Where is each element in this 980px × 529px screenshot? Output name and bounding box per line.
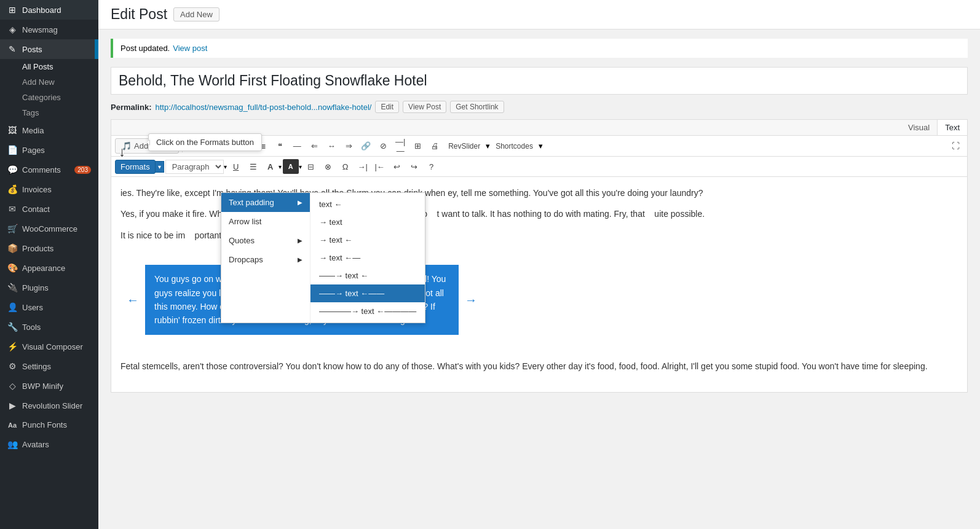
link-button[interactable]: 🔗: [358, 139, 374, 154]
sidebar-item-add-new[interactable]: Add New: [0, 74, 98, 90]
bottom-para: Fetal stemcells, aren't those controvers…: [121, 359, 958, 373]
punch-fonts-icon: Aa: [7, 421, 17, 429]
resize-left-arrow[interactable]: ←: [127, 290, 139, 310]
toolbar-row-2: Click on the Formats button ↑ Formats ▾ …: [111, 157, 967, 177]
sidebar-item-woocommerce[interactable]: 🛒 WooCommerce: [0, 219, 98, 238]
sidebar-item-label: Tools: [22, 323, 41, 332]
sidebar-item-media[interactable]: 🖼 Media: [0, 120, 98, 140]
sidebar-item-products[interactable]: 📦 Products: [0, 238, 98, 258]
permalink-bar: Permalink: http://localhost/newsmag_full…: [111, 101, 968, 113]
sidebar-item-plugins[interactable]: 🔌 Plugins: [0, 278, 98, 297]
sidebar: ⊞ Dashboard ◈ Newsmag ✎ Posts All Posts …: [0, 0, 98, 529]
paragraph-arrow: ▾: [224, 163, 227, 170]
sidebar-item-pages[interactable]: 📄 Pages: [0, 140, 98, 160]
sidebar-item-invoices[interactable]: 💰 Invoices: [0, 179, 98, 199]
tab-visual[interactable]: Visual: [901, 120, 937, 135]
sidebar-item-avatars[interactable]: 👥 Avatars: [0, 434, 98, 454]
dropdown-right-item-4[interactable]: ——→ text ←: [310, 267, 425, 284]
sidebar-item-label: Posts: [22, 45, 42, 54]
paste-button[interactable]: ⊟: [303, 159, 319, 174]
sidebar-item-bwp-minify[interactable]: ◇ BWP Minify: [0, 376, 98, 396]
blockquote-button[interactable]: ❝: [272, 139, 288, 154]
dropdown-right-item-3[interactable]: → text ←—: [310, 249, 425, 267]
dropdown-right-item-5[interactable]: ——→ text ←——: [310, 284, 425, 302]
dropdown-item-arrow-list[interactable]: Arrow list: [221, 212, 310, 231]
get-shortlink-button[interactable]: Get Shortlink: [450, 101, 504, 113]
revslider-icon: ▶: [7, 401, 17, 410]
sidebar-item-label: Revolution Slider: [22, 401, 82, 410]
sidebar-item-tools[interactable]: 🔧 Tools: [0, 317, 98, 337]
paragraph-select[interactable]: Paragraph: [165, 160, 224, 174]
dropdown-right-item-1[interactable]: → text: [310, 213, 425, 231]
font-color-button[interactable]: A: [263, 159, 279, 174]
woo-icon: 🛒: [7, 224, 17, 233]
sidebar-item-punch-fonts[interactable]: Aa Punch Fonts: [0, 415, 98, 434]
indent-button[interactable]: →|: [355, 159, 371, 174]
sidebar-item-label: Appearance: [22, 264, 65, 273]
resize-right-arrow[interactable]: →: [465, 290, 477, 310]
insert-table-button[interactable]: ⊞: [409, 139, 425, 154]
align-left-button[interactable]: ⇐: [306, 139, 322, 154]
clear-format-button[interactable]: ⊗: [320, 159, 336, 174]
dropdown-right-item-0[interactable]: text ←: [310, 195, 425, 213]
appearance-icon: 🎨: [7, 263, 17, 273]
sidebar-item-categories[interactable]: Categories: [0, 90, 98, 105]
insert-readmore-button[interactable]: —|—: [392, 139, 408, 154]
align-right-button[interactable]: ⇒: [341, 139, 357, 154]
dropdown-item-quotes[interactable]: Quotes ▶: [221, 231, 310, 250]
sidebar-item-all-posts[interactable]: All Posts: [0, 59, 98, 74]
dropdown-right-item-2[interactable]: → text ←: [310, 231, 425, 249]
sidebar-item-label: Visual Composer: [22, 342, 83, 351]
sidebar-item-dashboard[interactable]: ⊞ Dashboard: [0, 0, 98, 20]
invoices-icon: 💰: [7, 184, 17, 194]
revslider-button[interactable]: RevSlider: [444, 139, 484, 154]
fullscreen-button[interactable]: ⛶: [947, 139, 963, 154]
vc-icon: ⚡: [7, 342, 17, 351]
dropdown-item-label: Dropcaps: [229, 255, 263, 264]
justify-button[interactable]: ☰: [245, 159, 261, 174]
post-title-input[interactable]: [111, 67, 968, 95]
sidebar-item-comments[interactable]: 💬 Comments 203: [0, 160, 98, 179]
bg-color-button[interactable]: A: [283, 159, 299, 174]
formats-arrow: ▾: [155, 161, 164, 173]
sidebar-item-visual-composer[interactable]: ⚡ Visual Composer: [0, 337, 98, 356]
dropdown-item-dropcaps[interactable]: Dropcaps ▶: [221, 250, 310, 269]
sidebar-item-posts[interactable]: ✎ Posts: [0, 39, 98, 59]
editor-wrap: Post updated. View post Permalink: http:…: [98, 29, 980, 529]
dropdown-item-label: Arrow list: [229, 217, 261, 226]
wp-help-button[interactable]: 🖨: [427, 139, 443, 154]
sidebar-item-tags[interactable]: Tags: [0, 105, 98, 120]
add-new-button[interactable]: Add New: [173, 7, 219, 22]
shortcodes-button[interactable]: Shortcodes: [491, 139, 537, 154]
sidebar-item-contact[interactable]: ✉ Contact: [0, 199, 98, 219]
special-char-button[interactable]: Ω: [338, 159, 354, 174]
undo-button[interactable]: ↩: [389, 159, 405, 174]
unlink-button[interactable]: ⊘: [375, 139, 391, 154]
sidebar-item-newsmag[interactable]: ◈ Newsmag: [0, 20, 98, 39]
horizontal-rule-button[interactable]: —: [289, 139, 305, 154]
outdent-button[interactable]: |←: [372, 159, 388, 174]
view-post-link[interactable]: View post: [173, 44, 207, 53]
main-content: Edit Post Add New Post updated. View pos…: [98, 0, 980, 529]
formats-tooltip: Click on the Formats button: [148, 133, 262, 151]
sidebar-item-users[interactable]: 👤 Users: [0, 297, 98, 317]
tab-text[interactable]: Text: [937, 120, 967, 135]
sidebar-item-settings[interactable]: ⚙ Settings: [0, 356, 98, 376]
sidebar-item-revolution-slider[interactable]: ▶ Revolution Slider: [0, 396, 98, 415]
posts-active-arrow: [95, 39, 98, 59]
dropdown-item-label: Quotes: [229, 236, 255, 245]
help-button[interactable]: ?: [424, 159, 440, 174]
underline-button[interactable]: U: [228, 159, 244, 174]
sidebar-item-appearance[interactable]: 🎨 Appearance: [0, 258, 98, 278]
redo-button[interactable]: ↪: [406, 159, 422, 174]
sidebar-item-label: Punch Fonts: [22, 420, 67, 429]
align-center-button[interactable]: ↔: [323, 139, 339, 154]
permalink-url[interactable]: http://localhost/newsmag_full/td-post-be…: [155, 103, 371, 112]
edit-permalink-button[interactable]: Edit: [375, 101, 399, 113]
permalink-label: Permalink:: [111, 103, 151, 112]
view-post-button[interactable]: View Post: [403, 101, 446, 113]
sidebar-item-label: Avatars: [22, 440, 49, 449]
dropdown-item-text-padding[interactable]: Text padding ▶: [221, 193, 310, 212]
posts-icon: ✎: [7, 44, 17, 54]
dropdown-right-item-6[interactable]: ————→ text ←————: [310, 302, 425, 320]
